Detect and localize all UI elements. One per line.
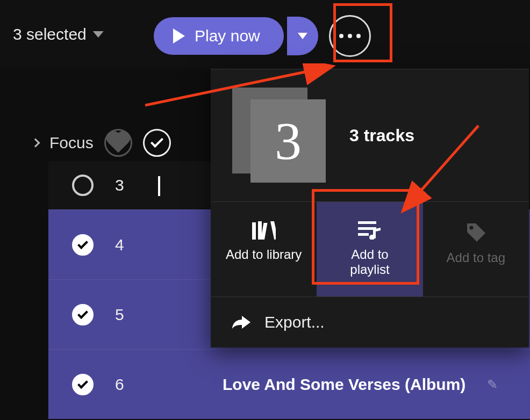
checked-filter[interactable] [143, 129, 171, 157]
track-checkbox[interactable] [72, 304, 94, 325]
ellipsis-icon [356, 34, 361, 38]
play-now-button[interactable]: Play now [154, 17, 284, 55]
tag-icon [465, 221, 486, 243]
chevron-down-icon [93, 31, 104, 38]
selected-count-label: 3 selected [13, 25, 87, 44]
panel-title: 3 tracks [349, 126, 414, 146]
add-to-library-label: Add to library [226, 247, 302, 262]
library-icon [252, 221, 276, 240]
check-icon [158, 176, 160, 196]
track-row[interactable]: 6 Love And Some Verses (Album) ✎ [48, 349, 530, 419]
svg-rect-6 [358, 233, 369, 236]
play-icon [173, 28, 185, 44]
check-icon [151, 135, 163, 148]
track-title: Love And Some Verses (Album) [223, 375, 465, 394]
track-number: 6 [115, 375, 131, 394]
track-number: 4 [115, 236, 131, 254]
chevron-down-icon [298, 33, 307, 39]
svg-rect-0 [252, 222, 256, 240]
playlist-icon [358, 221, 382, 240]
export-label: Export... [264, 313, 325, 331]
add-to-tag-label: Add to tag [447, 250, 505, 265]
edit-icon[interactable]: ✎ [487, 377, 498, 392]
play-options-dropdown[interactable] [287, 17, 318, 55]
play-button-group: Play now [154, 15, 371, 57]
panel-header: 3 3 tracks [211, 69, 529, 202]
selected-count-dropdown[interactable]: 3 selected [13, 25, 104, 44]
album-art-stack: 3 [232, 88, 328, 183]
track-checkbox[interactable] [72, 374, 94, 395]
track-number: 3 [115, 176, 131, 194]
add-to-playlist-button[interactable]: Add to playlist [317, 202, 422, 296]
focus-filter[interactable]: Focus [49, 134, 94, 152]
add-to-tag-button[interactable]: Add to tag [423, 202, 529, 296]
ellipsis-icon [348, 34, 352, 38]
add-to-library-button[interactable]: Add to library [211, 202, 317, 296]
ellipsis-icon [339, 34, 343, 38]
chevron-right-icon [31, 139, 40, 148]
track-number: 5 [115, 306, 131, 324]
context-menu-panel: 3 3 tracks Add to library Add to playlis… [211, 69, 529, 347]
track-checkbox[interactable] [72, 234, 94, 256]
svg-rect-3 [270, 221, 276, 240]
more-actions-button[interactable] [329, 15, 371, 57]
play-now-label: Play now [195, 27, 260, 45]
svg-rect-4 [358, 221, 376, 224]
svg-point-9 [470, 226, 474, 230]
add-to-playlist-label: Add to playlist [338, 247, 402, 277]
selection-toolbar: 3 selected Play now [0, 0, 530, 69]
favorite-filter[interactable] [104, 129, 132, 157]
album-art-number: 3 [250, 99, 326, 183]
heart-icon [108, 133, 128, 153]
track-checkbox[interactable] [72, 175, 94, 196]
filter-row: Focus [32, 129, 171, 157]
share-icon [232, 315, 250, 330]
export-button[interactable]: Export... [211, 297, 529, 347]
panel-action-row: Add to library Add to playlist Add to ta… [211, 202, 529, 297]
